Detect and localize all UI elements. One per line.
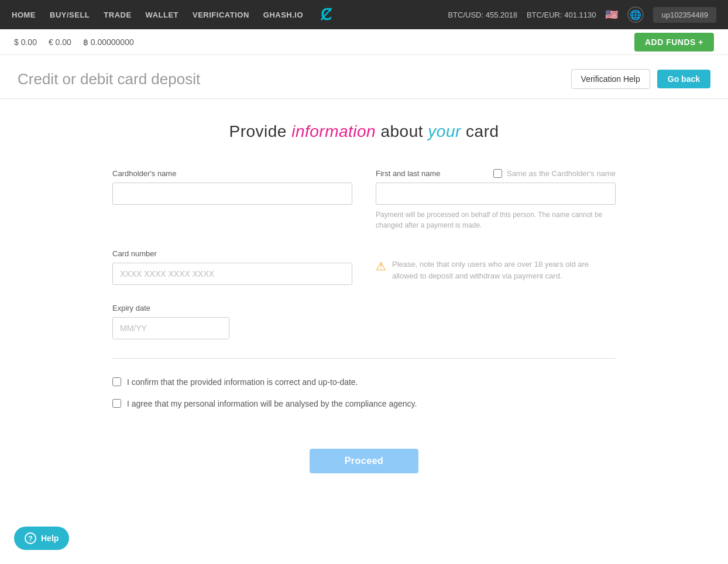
confirm-section: I confirm that the provided information … <box>112 376 616 437</box>
confirm-item-2: I agree that my personal information wil… <box>112 398 616 410</box>
verification-help-button[interactable]: Verification Help <box>571 69 650 89</box>
btc-usd-price: BTC/USD: 455.2018 <box>448 11 517 19</box>
confirm-checkbox-2[interactable] <box>112 399 121 408</box>
confirm-item-1: I confirm that the provided information … <box>112 376 616 388</box>
nav-trade[interactable]: TRADE <box>104 11 131 19</box>
main-content: Provide information about your card Card… <box>101 99 627 508</box>
nav-verification[interactable]: VERIFICATION <box>193 11 249 19</box>
nav-buysell[interactable]: BUY/SELL <box>50 11 90 19</box>
add-funds-button[interactable]: ADD FUNDS + <box>634 33 714 51</box>
confirm-checkbox-1[interactable] <box>112 377 121 386</box>
heading-text-3: card <box>461 122 499 140</box>
usd-balance: $ 0.00 <box>14 37 37 47</box>
page-header: Credit or debit card deposit Verificatio… <box>0 55 728 99</box>
warning-col: ⚠ Please, note that only users who are o… <box>376 249 616 285</box>
expiry-row: Expiry date <box>112 304 616 339</box>
nav-logo: Ȼ <box>321 6 331 24</box>
btc-balance: ฿ 0.00000000 <box>83 37 134 47</box>
heading-text-2: about <box>376 122 428 140</box>
warning-icon: ⚠ <box>376 259 386 273</box>
expiry-label: Expiry date <box>112 304 352 312</box>
warning-text: Please, note that only users who are ove… <box>392 259 616 281</box>
btc-eur-price: BTC/EUR: 401.1130 <box>527 11 596 19</box>
heading-italic-1: information <box>291 122 376 140</box>
same-as-row: First and last name Same as the Cardhold… <box>376 169 616 178</box>
section-divider <box>112 358 616 359</box>
eur-balance: € 0.00 <box>49 37 71 47</box>
card-number-input[interactable] <box>112 263 352 285</box>
cardholder-label: Cardholder's name <box>112 169 352 178</box>
same-as-label: Same as the Cardholder's name <box>507 169 616 178</box>
sub-nav: $ 0.00 € 0.00 ฿ 0.00000000 ADD FUNDS + <box>0 29 728 55</box>
expiry-right <box>376 304 616 339</box>
flag-icon[interactable]: 🇺🇸 <box>605 8 618 21</box>
first-last-col: First and last name Same as the Cardhold… <box>376 169 616 231</box>
navbar: HOME BUY/SELL TRADE WALLET VERIFICATION … <box>0 0 728 29</box>
proceed-button[interactable]: Proceed <box>310 449 419 473</box>
card-number-col: Card number <box>112 249 352 285</box>
form-heading: Provide information about your card <box>112 122 616 141</box>
page-title: Credit or debit card deposit <box>18 70 571 88</box>
nav-home[interactable]: HOME <box>12 11 36 19</box>
nav-links: HOME BUY/SELL TRADE WALLET VERIFICATION … <box>12 11 303 19</box>
heading-text-1: Provide <box>229 122 291 140</box>
confirm-text-1: I confirm that the provided information … <box>127 376 358 388</box>
cardholder-col: Cardholder's name <box>112 169 352 231</box>
age-warning: ⚠ Please, note that only users who are o… <box>376 259 616 281</box>
nav-wallet[interactable]: WALLET <box>146 11 178 19</box>
first-last-input[interactable] <box>376 183 616 205</box>
expiry-input[interactable] <box>112 317 229 339</box>
card-row: Card number ⚠ Please, note that only use… <box>112 249 616 285</box>
user-account[interactable]: up102354489 <box>653 7 716 23</box>
confirm-text-2: I agree that my personal information wil… <box>127 398 417 410</box>
globe-icon[interactable]: 🌐 <box>627 6 644 23</box>
cardholder-input[interactable] <box>112 183 352 205</box>
expiry-col: Expiry date <box>112 304 352 339</box>
same-as-checkbox[interactable] <box>493 169 502 178</box>
balances: $ 0.00 € 0.00 ฿ 0.00000000 <box>14 37 134 47</box>
go-back-button[interactable]: Go back <box>657 70 710 88</box>
proceed-section: Proceed <box>112 449 616 473</box>
expiry-field <box>112 317 229 339</box>
payment-note: Payment will be processed on behalf of t… <box>376 209 616 231</box>
nav-right: BTC/USD: 455.2018 BTC/EUR: 401.1130 🇺🇸 🌐… <box>448 6 716 23</box>
nav-ghash[interactable]: GHASH.IO <box>263 11 303 19</box>
card-number-label: Card number <box>112 249 352 258</box>
first-last-label: First and last name <box>376 169 441 178</box>
name-row: Cardholder's name First and last name Sa… <box>112 169 616 231</box>
heading-italic-2: your <box>428 122 461 140</box>
